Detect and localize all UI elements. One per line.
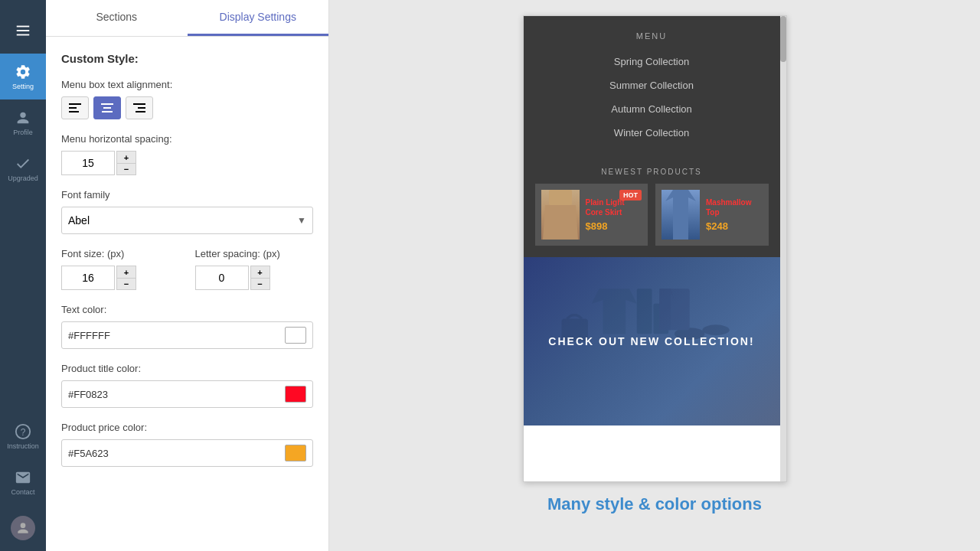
product-title-color-group: Product title color: #FF0823 [61,363,313,408]
align-right-button[interactable] [126,96,153,119]
letter-spacing-input[interactable]: 0 [195,266,249,290]
horizontal-spacing-label: Menu horizontal spacing: [61,133,313,145]
alignment-group: Menu box text alignment: [61,79,313,119]
letter-spacing-stepper: 0 + − [195,266,314,290]
check-icon [15,155,31,172]
horizontal-spacing-buttons: + − [116,151,136,175]
font-size-group: Font size: (px) 16 + − [61,248,180,290]
product-title-color-row: #FF0823 [61,380,313,408]
svg-rect-12 [102,111,113,112]
letter-spacing-decrement[interactable]: − [250,278,270,290]
font-size-decrement[interactable]: − [116,278,136,290]
products-label: NEWEST PRODUCTS [524,168,780,176]
preview-panel: MENU Spring Collection Summer Collection… [329,0,980,551]
horizontal-spacing-group: Menu horizontal spacing: 15 + − [61,133,313,175]
setting-item[interactable]: Setting [0,54,46,99]
contact-label: Contact [11,488,34,496]
avatar [11,516,35,540]
text-color-label: Text color: [61,304,313,315]
upgraded-item[interactable]: Upgraded [0,145,46,191]
product-image-top [662,190,700,240]
product-title-color-swatch[interactable] [285,386,306,403]
tab-sections[interactable]: Sections [46,0,188,36]
product-price-color-value: #F5A623 [68,448,279,459]
avatar-icon [15,520,31,536]
preview-inner: MENU Spring Collection Summer Collection… [524,16,780,481]
text-color-swatch[interactable] [285,327,306,344]
horizontal-spacing-increment[interactable]: + [116,151,136,163]
letter-spacing-buttons: + − [250,266,270,290]
products-row: Plain Light Core Skirt $898 HOT Mashmal [524,184,780,246]
profile-icon [15,109,31,126]
horizontal-spacing-input[interactable]: 15 [61,151,115,175]
align-left-icon [69,103,81,112]
menu-item-autumn[interactable]: Autumn Collection [524,97,780,121]
tab-display-settings[interactable]: Display Settings [188,0,329,36]
align-right-icon [133,103,145,112]
menu-label: MENU [524,31,780,41]
letter-spacing-group: Letter spacing: (px) 0 + − [195,248,314,290]
svg-rect-9 [69,111,79,112]
align-left-button[interactable] [61,96,89,119]
instruction-label: Instruction [7,442,39,450]
profile-label: Profile [13,129,33,136]
font-size-buttons: + − [116,266,136,290]
menu-item-summer[interactable]: Summer Collection [524,73,780,97]
product-price-skirt: $898 [586,220,642,232]
svg-rect-10 [101,103,113,105]
custom-style-title: Custom Style: [61,52,313,65]
scrollbar-thumb[interactable] [780,16,786,62]
product-price-color-label: Product price color: [61,422,313,433]
svg-rect-20 [636,289,652,334]
instruction-item[interactable]: ? Instruction [0,413,46,459]
font-size-label: Font size: (px) [61,248,180,259]
svg-rect-11 [103,107,111,109]
setting-label: Setting [12,83,34,90]
product-title-color-label: Product title color: [61,363,313,374]
alignment-label: Menu box text alignment: [61,79,313,90]
product-title-top: Mashmallow Top [706,197,763,217]
panel-content: Custom Style: Menu box text alignment: M… [46,37,328,496]
contact-item[interactable]: Contact [0,459,46,505]
svg-rect-2 [17,34,30,36]
sidebar: Setting Profile Upgraded ? Instruction C… [0,0,46,551]
product-card-top[interactable]: Mashmallow Top $248 [655,184,769,246]
font-family-select[interactable]: Abel Arial Georgia [68,214,297,227]
setting-icon [15,64,31,80]
font-family-select-row: Abel Arial Georgia ▼ [61,207,313,234]
font-size-input[interactable]: 16 [61,266,115,290]
svg-point-24 [702,324,729,335]
svg-rect-16 [549,190,572,205]
product-price-color-swatch[interactable] [285,445,306,461]
scrollbar[interactable] [780,16,786,481]
hot-badge: HOT [619,190,642,201]
font-size-increment[interactable]: + [116,266,136,278]
svg-rect-1 [17,30,30,31]
product-card-skirt[interactable]: Plain Light Core Skirt $898 HOT [535,184,648,246]
horizontal-spacing-stepper: 15 + − [61,151,313,175]
menu-item-spring[interactable]: Spring Collection [524,50,780,73]
text-color-group: Text color: #FFFFFF [61,304,313,349]
svg-rect-13 [133,103,145,105]
preview-container: MENU Spring Collection Summer Collection… [523,15,787,482]
collection-banner: CHECK OUT NEW COLLECTION! [524,257,780,425]
question-icon: ? [15,423,31,440]
product-info-skirt: Plain Light Core Skirt $898 [586,197,642,232]
avatar-item[interactable] [0,505,46,551]
letter-spacing-increment[interactable]: + [250,266,270,278]
align-center-icon [101,103,113,112]
text-color-value: #FFFFFF [68,330,279,341]
horizontal-spacing-decrement[interactable]: − [116,163,136,175]
tab-bar: Sections Display Settings [46,0,328,37]
product-info-top: Mashmallow Top $248 [706,197,763,232]
menu-section: MENU Spring Collection Summer Collection… [524,16,780,160]
font-size-stepper: 16 + − [61,266,180,290]
align-center-button[interactable] [93,96,121,119]
svg-rect-7 [69,103,81,105]
skirt-image [541,190,580,240]
profile-item[interactable]: Profile [0,99,46,145]
svg-marker-17 [543,205,578,240]
banner-text: CHECK OUT NEW COLLECTION! [548,335,754,347]
menu-icon-item[interactable] [0,8,46,54]
menu-item-winter[interactable]: Winter Collection [524,121,780,145]
